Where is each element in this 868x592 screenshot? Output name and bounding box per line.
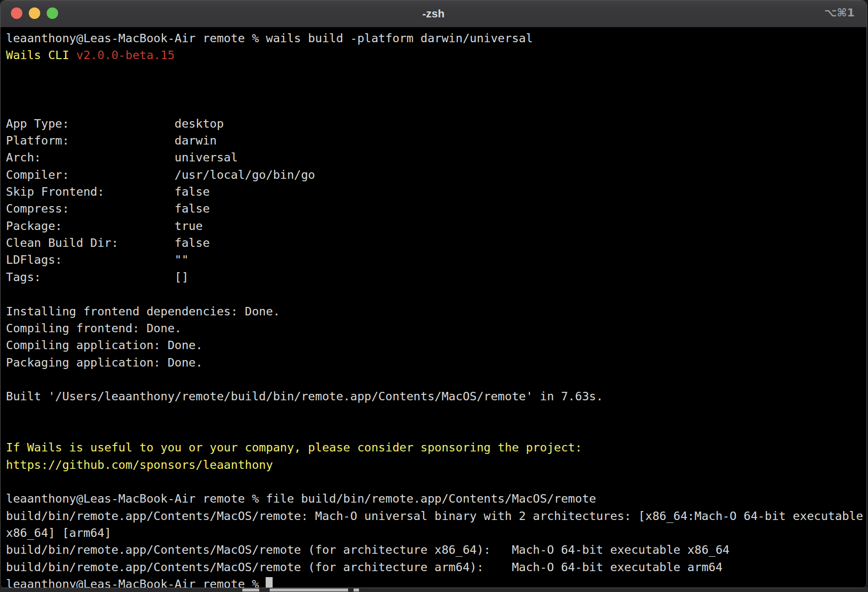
terminal-text-segment: Arch: universal	[6, 150, 238, 164]
terminal-text-segment: build/bin/remote.app/Contents/MacOS/remo…	[6, 509, 863, 523]
terminal-line: Installing frontend dependencies: Done.	[6, 303, 867, 320]
terminal-text-segment: Compiling application: Done.	[6, 338, 203, 352]
minimize-button[interactable]	[29, 7, 40, 19]
terminal-text-segment: build/bin/remote.app/Contents/MacOS/remo…	[6, 560, 723, 574]
terminal-text-segment: Clean Build Dir: false	[6, 236, 210, 250]
terminal-line: Skip Frontend: false	[6, 183, 867, 200]
terminal-line: build/bin/remote.app/Contents/MacOS/remo…	[6, 541, 867, 558]
sliver-text-fragment	[270, 589, 348, 592]
terminal-text-segment: leaanthony@Leas-MacBook-Air remote % wai…	[6, 31, 533, 45]
terminal-line: https://github.com/sponsors/leaanthony	[6, 456, 867, 473]
terminal-text-segment: Packaging application: Done.	[6, 356, 203, 370]
zoom-button[interactable]	[47, 7, 58, 19]
terminal-line: leaanthony@Leas-MacBook-Air remote %	[6, 576, 867, 588]
terminal-line	[6, 473, 867, 490]
terminal-text-segment: Package: true	[6, 219, 203, 233]
terminal-text-segment: Compiler: /usr/local/go/bin/go	[6, 168, 315, 182]
terminal-line: Arch: universal	[6, 149, 867, 166]
terminal-line	[6, 64, 867, 81]
terminal-line: LDFlags: ""	[6, 251, 867, 268]
terminal-line: App Type: desktop	[6, 115, 867, 132]
terminal-text-segment: v2.0.0-beta.15	[76, 48, 174, 62]
terminal-line	[6, 422, 867, 439]
terminal-text-segment: build/bin/remote.app/Contents/MacOS/remo…	[6, 543, 729, 557]
close-button[interactable]	[11, 7, 22, 19]
terminal-line	[6, 371, 867, 388]
terminal-line: Package: true	[6, 218, 867, 234]
terminal-line	[6, 286, 867, 302]
terminal-line	[6, 405, 867, 422]
terminal-text-segment: LDFlags: ""	[6, 253, 189, 267]
traffic-lights	[11, 7, 58, 19]
window-title: -zsh	[423, 7, 445, 20]
terminal-window: -zsh ⌥⌘1 leaanthony@Leas-MacBook-Air rem…	[0, 0, 867, 588]
terminal-text-segment: Tags: []	[6, 270, 189, 284]
terminal-line: If Wails is useful to you or your compan…	[6, 439, 867, 456]
terminal-output-area[interactable]: leaanthony@Leas-MacBook-Air remote % wai…	[0, 27, 867, 588]
terminal-text-segment: x86_64] [arm64]	[6, 526, 111, 540]
terminal-line: x86_64] [arm64]	[6, 524, 867, 541]
terminal-text-segment: Built '/Users/leaanthony/remote/build/bi…	[6, 389, 603, 403]
sliver-text-fragment	[242, 589, 259, 592]
terminal-line: Built '/Users/leaanthony/remote/build/bi…	[6, 388, 867, 405]
terminal-text-segment: Platform: darwin	[6, 134, 217, 148]
terminal-line: leaanthony@Leas-MacBook-Air remote % wai…	[6, 30, 867, 47]
terminal-line: Compiler: /usr/local/go/bin/go	[6, 166, 867, 183]
terminal-line: Clean Build Dir: false	[6, 234, 867, 251]
terminal-line: Tags: []	[6, 269, 867, 286]
terminal-line	[6, 98, 867, 115]
tab-shortcut-badge: ⌥⌘1	[824, 6, 855, 19]
titlebar[interactable]: -zsh ⌥⌘1	[0, 0, 867, 27]
terminal-text-segment: Wails CLI	[6, 48, 76, 62]
terminal-text-segment: leaanthony@Leas-MacBook-Air remote % fil…	[6, 492, 596, 506]
terminal-text-segment: Compiling frontend: Done.	[6, 321, 182, 335]
terminal-line: leaanthony@Leas-MacBook-Air remote % fil…	[6, 490, 867, 507]
terminal-line: build/bin/remote.app/Contents/MacOS/remo…	[6, 508, 867, 524]
terminal-line: Platform: darwin	[6, 132, 867, 149]
terminal-text-segment: App Type: desktop	[6, 117, 224, 131]
terminal-line	[6, 81, 867, 98]
terminal-line: Wails CLI v2.0.0-beta.15	[6, 47, 867, 64]
terminal-line: Compiling application: Done.	[6, 337, 867, 354]
terminal-line: Packaging application: Done.	[6, 354, 867, 371]
terminal-text-segment: Installing frontend dependencies: Done.	[6, 304, 280, 318]
terminal-text-segment: leaanthony@Leas-MacBook-Air remote %	[6, 577, 266, 588]
sliver-text-fragment	[354, 589, 359, 592]
terminal-text-segment: Skip Frontend: false	[6, 185, 210, 199]
terminal-line: Compiling frontend: Done.	[6, 320, 867, 337]
terminal-line: Compress: false	[6, 200, 867, 217]
terminal-text-segment: Compress: false	[6, 202, 210, 216]
terminal-text-segment: If Wails is useful to you or your compan…	[6, 441, 582, 454]
sponsor-url-link[interactable]: https://github.com/sponsors/leaanthony	[6, 458, 273, 472]
terminal-line: build/bin/remote.app/Contents/MacOS/remo…	[6, 559, 867, 576]
terminal-cursor	[266, 577, 273, 588]
